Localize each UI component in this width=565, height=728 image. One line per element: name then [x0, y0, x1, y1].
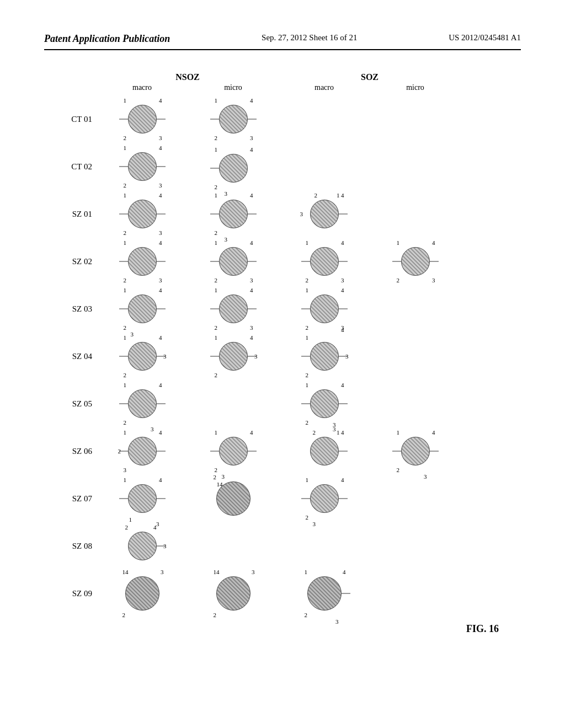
- num-4: 4: [159, 477, 162, 483]
- line-left: [392, 451, 401, 452]
- sz03-nsoz-macro: 1 4 2 3: [97, 295, 188, 323]
- num-4: 4: [250, 239, 253, 246]
- sz07-diagrams: 1 4 3 2 1: [97, 481, 521, 516]
- num-4: 4: [341, 382, 344, 388]
- sz08-nsoz-macro-circle: 1 4 2 3: [128, 532, 157, 560]
- sz02-soz-micro: 1 4 2 3: [370, 247, 461, 276]
- num-3: 3: [151, 426, 154, 432]
- ct02-nsoz-macro-circle: 1 4 2 3: [128, 152, 157, 181]
- ct02-nsoz-micro: 1 4 2 3: [188, 151, 279, 183]
- num-4: 4: [159, 97, 162, 104]
- num-3: 3: [424, 473, 427, 480]
- circle: [310, 342, 339, 371]
- ct02-soz-micro-empty: [370, 151, 461, 183]
- num-4: 4: [159, 144, 162, 151]
- figure-label: FIG. 16: [466, 623, 499, 634]
- circle: [219, 154, 248, 183]
- num-1: 1: [124, 334, 127, 341]
- num-3: 3: [159, 229, 162, 236]
- num-14: 14: [122, 569, 129, 575]
- circle: [219, 247, 248, 276]
- line-right: [248, 261, 257, 262]
- num-3: 3: [222, 473, 225, 480]
- sz05-soz-macro-circle: 1 4 2 3: [310, 389, 339, 418]
- num-3: 3: [341, 277, 344, 283]
- num-1: 1: [397, 429, 400, 436]
- sz07-soz-macro-circle: 1 4 2 3: [310, 484, 339, 513]
- num-2: 2: [215, 135, 218, 141]
- sz04-nsoz-macro: 1 4 2 3: [97, 342, 188, 371]
- page: Patent Application Publication Sep. 27, …: [0, 0, 565, 728]
- num-1: 1: [124, 382, 127, 388]
- num-2: 2: [124, 419, 127, 426]
- sz09-nsoz-macro-circle: 14 3 2: [125, 576, 159, 611]
- row-sz05: SZ 05 1 4 2 3 1: [44, 385, 521, 422]
- num-3: 3: [250, 277, 253, 283]
- num-4: 4: [250, 334, 253, 341]
- num-1: 1: [306, 239, 309, 246]
- nsoz-micro-label: micro: [188, 83, 279, 92]
- num-1: 1: [215, 287, 218, 293]
- num-4: 4: [432, 239, 435, 246]
- num-3: 3: [159, 182, 162, 189]
- sz03-nsoz-micro-circle: 1 4 2 3: [219, 295, 248, 323]
- row-label-sz04: SZ 04: [44, 352, 97, 361]
- sz04-nsoz-macro-circle: 1 4 2 3: [128, 342, 157, 371]
- line-left: [301, 499, 310, 499]
- sz02-nsoz-macro: 1 4 2 3: [97, 247, 188, 276]
- num-1: 1: [124, 192, 127, 199]
- num-3: 3: [252, 569, 255, 575]
- circle: [310, 484, 339, 513]
- ct02-soz-macro-empty: [279, 151, 370, 183]
- sz03-diagrams: 1 4 2 3 1 4: [97, 295, 521, 323]
- row-sz04: SZ 04 1 4 2 3 1: [44, 338, 521, 375]
- sz04-soz-micro-empty: [370, 342, 461, 371]
- num-2: 2: [305, 612, 308, 618]
- line-right: [157, 499, 166, 499]
- line-left: [210, 261, 219, 262]
- soz-micro-label: micro: [370, 83, 461, 92]
- num-4: 4: [341, 239, 344, 246]
- num-2: 2: [315, 192, 318, 199]
- line-left: [119, 167, 128, 167]
- nsoz-group: NSOZ macro micro: [97, 72, 279, 92]
- line-left: [210, 451, 219, 452]
- num-1: 1: [215, 146, 218, 153]
- num-2: 2: [214, 612, 217, 618]
- row-sz07: SZ 07 1 4 3 2: [44, 480, 521, 517]
- sz09-nsoz-micro-circle: 14 3 2: [216, 576, 250, 611]
- num-4: 4: [250, 146, 253, 153]
- ct02-nsoz-micro-circle: 1 4 2 3: [219, 154, 248, 183]
- num-1: 1: [124, 144, 127, 151]
- line-left: [119, 214, 128, 215]
- circle: [216, 576, 250, 611]
- soz-label: SOZ: [279, 72, 461, 82]
- line-right: [339, 261, 348, 262]
- num-3: 3: [254, 353, 258, 360]
- num-3: 3: [161, 569, 164, 575]
- sz02-nsoz-micro: 1 4 2 3: [188, 247, 279, 276]
- sz06-soz-macro-circle: 3 2 1 4: [310, 437, 339, 465]
- num-2: 2: [124, 229, 127, 236]
- line-right: [157, 214, 166, 215]
- row-label-ct02: CT 02: [44, 162, 97, 172]
- ct01-nsoz-macro: 1 4 2 3: [97, 105, 188, 133]
- sz08-soz-macro-empty: [279, 532, 370, 560]
- sz02-nsoz-micro-circle: 1 4 2 3: [219, 247, 248, 276]
- line-left: [119, 356, 128, 357]
- num-3: 3: [124, 467, 127, 473]
- row-ct02: CT 02 1 4 2 3 1: [44, 148, 521, 185]
- row-label-ct01: CT 01: [44, 115, 97, 124]
- sz09-nsoz-micro: 14 3 2: [188, 576, 279, 611]
- sz09-diagrams: 14 3 2 14 3 2 1: [97, 576, 521, 611]
- num-1: 1: [337, 192, 340, 199]
- sz07-nsoz-macro: 1 4 3: [97, 481, 188, 516]
- row-label-sz08: SZ 08: [44, 542, 97, 551]
- num-2: 2: [306, 324, 309, 331]
- num-4: 4: [159, 382, 162, 388]
- num-4: 4: [159, 429, 162, 436]
- sz02-soz-macro-circle: 1 4 2 3: [310, 247, 339, 276]
- num-2: 2: [306, 419, 309, 426]
- num-2: 2: [215, 184, 218, 190]
- num-1: 1: [306, 477, 309, 483]
